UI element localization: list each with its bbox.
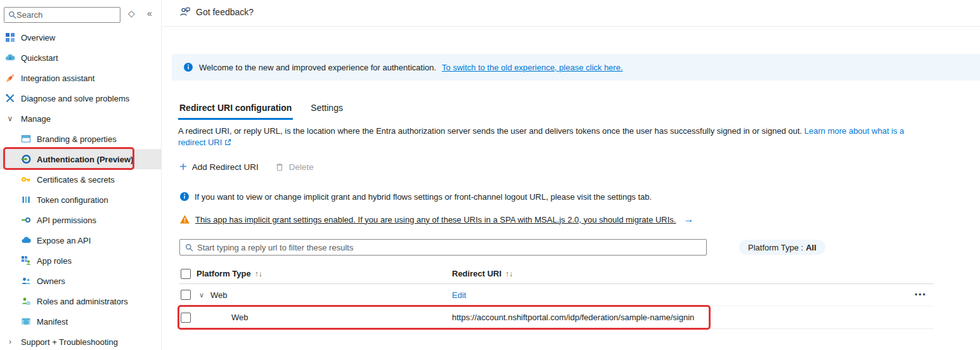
row-checkbox[interactable] (181, 290, 191, 300)
platform-type-value: Web (210, 290, 228, 300)
feedback-icon (179, 6, 191, 18)
redirect-uri-value: https://account.nshiftportal.com/idp/fed… (452, 313, 694, 322)
sidebar-search-input[interactable] (16, 10, 116, 20)
chevron-right-icon: › (5, 337, 15, 346)
sidebar-search[interactable] (4, 7, 120, 23)
add-redirect-uri-button[interactable]: + Add Redirect URI (179, 162, 259, 172)
banner-switch-link[interactable]: To switch to the old experience, please … (442, 63, 622, 72)
pill-value: All (806, 243, 816, 252)
sidebar-item-label: Overview (21, 33, 55, 42)
search-icon (8, 11, 16, 19)
settings-tab-notice: If you want to view or change implicit g… (179, 191, 652, 202)
token-bars-icon (21, 195, 31, 205)
sidebar-item-label: Owners (37, 276, 65, 286)
sidebar-item-label: App roles (37, 256, 72, 266)
authentication-icon (21, 154, 31, 164)
info-icon (183, 62, 193, 72)
platform-type-filter-pill[interactable]: Platform Type : All (739, 240, 825, 255)
toolbar: + Add Redirect URI Delete (179, 162, 314, 172)
sidebar-item-app-roles[interactable]: App roles (0, 250, 162, 271)
main-content: Got feedback? Welcome to the new and imp… (162, 0, 980, 350)
sidebar-item-overview[interactable]: Overview (0, 27, 162, 48)
sidebar-item-label: API permissions (37, 216, 96, 225)
sidebar-group-manage[interactable]: ∨ Manage (0, 108, 162, 129)
arrow-right-icon[interactable]: → (683, 214, 693, 225)
sidebar-item-roles-administrators[interactable]: Roles and administrators (0, 291, 162, 311)
settings-tab-notice-text: If you want to view or change implicit g… (195, 192, 652, 202)
pill-label: Platform Type : (748, 243, 803, 252)
table-group-row-web[interactable]: ∨ Web Edit ••• (179, 284, 934, 306)
sidebar-item-diagnose[interactable]: Diagnose and solve problems (0, 88, 162, 108)
table-row-redirect-uri[interactable]: Web https://account.nshiftportal.com/idp… (179, 306, 934, 329)
reply-url-filter-input[interactable] (197, 243, 701, 252)
chevron-down-icon[interactable]: ∨ (197, 291, 207, 299)
svg-text:{ }: { } (22, 319, 30, 325)
row-checkbox[interactable] (181, 313, 191, 323)
rocket-icon (5, 73, 15, 83)
add-redirect-uri-label: Add Redirect URI (192, 162, 259, 172)
tab-redirect-uri-configuration[interactable]: Redirect URI configuration (178, 99, 293, 120)
select-all-checkbox[interactable] (181, 269, 191, 279)
branding-icon (21, 134, 31, 144)
migrate-uris-link[interactable]: This app has implicit grant settings ena… (195, 215, 676, 224)
sidebar-item-owners[interactable]: Owners (0, 271, 162, 291)
owners-icon (21, 276, 31, 286)
chevron-down-icon: ∨ (5, 114, 15, 123)
trash-icon (275, 162, 284, 172)
row-menu-icon[interactable]: ••• (915, 290, 927, 299)
column-platform-type: Platform Type ↑↓ (197, 269, 262, 278)
delete-button[interactable]: Delete (275, 162, 314, 172)
sidebar-item-label: Authentication (Preview) (37, 155, 133, 164)
tab-bar: Redirect URI configuration Settings (178, 99, 344, 120)
sidebar-item-authentication[interactable]: Authentication (Preview) (0, 149, 162, 169)
edit-link[interactable]: Edit (452, 290, 466, 300)
quickstart-icon (5, 53, 15, 63)
authentication-page: ◇ « Overview Quickstart Integration a (0, 0, 980, 350)
table-header-row: Platform Type ↑↓ Redirect URI ↑↓ (179, 264, 934, 284)
group-row-platform: ∨ Web (197, 290, 228, 300)
sidebar-item-label: Branding & properties (37, 134, 117, 144)
sidebar-item-label: Quickstart (21, 53, 58, 63)
overview-icon (5, 32, 15, 42)
sidebar-item-integration-assistant[interactable]: Integration assistant (0, 68, 162, 88)
migrate-uris-warning: This app has implicit grant settings ena… (179, 214, 693, 225)
sidebar-item-token-configuration[interactable]: Token configuration (0, 190, 162, 210)
pin-icon[interactable]: ◇ (128, 8, 135, 18)
manifest-icon: { } (21, 316, 31, 327)
info-banner: Welcome to the new and improved experien… (172, 54, 980, 81)
roles-administrators-icon (21, 296, 31, 306)
sidebar-item-certificates[interactable]: Certificates & secrets (0, 169, 162, 190)
banner-text: Welcome to the new and improved experien… (199, 63, 436, 72)
info-icon (179, 191, 190, 202)
sidebar-item-label: Roles and administrators (37, 297, 128, 306)
cloud-icon (21, 235, 31, 245)
sidebar-nav: Overview Quickstart Integration assistan… (0, 27, 162, 350)
sidebar-item-expose-api[interactable]: Expose an API (0, 230, 162, 250)
collapse-sidebar-icon[interactable]: « (147, 8, 152, 18)
sidebar: ◇ « Overview Quickstart Integration a (0, 0, 162, 350)
external-link-icon (224, 139, 231, 146)
sidebar-group-support[interactable]: › Support + Troubleshooting (0, 332, 162, 350)
sidebar-item-quickstart[interactable]: Quickstart (0, 48, 162, 68)
tab-settings[interactable]: Settings (309, 99, 344, 120)
redirect-uri-table: Platform Type ↑↓ Redirect URI ↑↓ ∨ Web E… (179, 264, 934, 329)
sidebar-item-label: Integration assistant (21, 74, 94, 83)
sort-icon[interactable]: ↑↓ (505, 269, 513, 278)
got-feedback-label: Got feedback? (196, 7, 254, 17)
sidebar-item-api-permissions[interactable]: API permissions (0, 210, 162, 230)
redirect-uri-description: A redirect URI, or reply URL, is the loc… (178, 126, 932, 148)
description-text: A redirect URI, or reply URL, is the loc… (178, 126, 802, 136)
sidebar-item-branding[interactable]: Branding & properties (0, 129, 162, 149)
reply-url-filter[interactable] (179, 239, 707, 256)
sidebar-group-label: Support + Troubleshooting (21, 337, 118, 347)
group-row-action: Edit (452, 290, 466, 300)
sidebar-item-manifest[interactable]: { } Manifest (0, 311, 162, 332)
sort-icon[interactable]: ↑↓ (255, 269, 262, 278)
search-icon (185, 243, 193, 252)
delete-label: Delete (289, 162, 314, 172)
sidebar-item-label: Diagnose and solve problems (21, 94, 129, 103)
app-roles-icon (21, 256, 31, 266)
got-feedback-button[interactable]: Got feedback? (179, 6, 254, 18)
sidebar-item-label: Token configuration (37, 195, 108, 205)
tools-icon (5, 93, 15, 103)
